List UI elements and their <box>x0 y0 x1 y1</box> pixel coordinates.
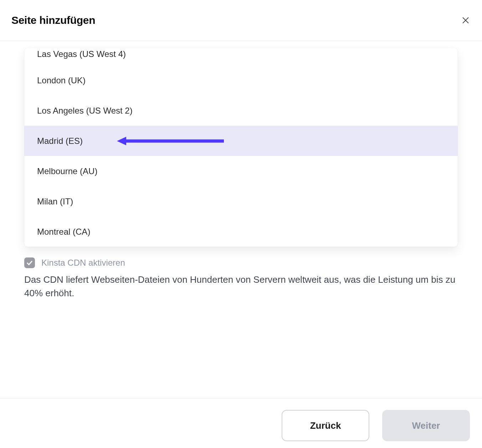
location-option-label: Montreal (CA) <box>37 227 90 237</box>
location-option[interactable]: Las Vegas (US West 4) <box>24 48 458 65</box>
location-option[interactable]: Los Angeles (US West 2) <box>24 95 458 126</box>
modal-footer: Zurück Weiter <box>0 398 482 441</box>
location-option-label: Las Vegas (US West 4) <box>37 49 126 59</box>
next-button: Weiter <box>382 410 470 441</box>
location-option-highlighted[interactable]: Madrid (ES) <box>24 126 458 156</box>
location-option[interactable]: Melbourne (AU) <box>24 156 458 186</box>
cdn-checkbox-row: Kinsta CDN aktivieren <box>24 257 458 268</box>
cdn-checkbox[interactable] <box>24 257 35 268</box>
back-button-label: Zurück <box>310 420 341 431</box>
location-dropdown-panel: Las Vegas (US West 4) London (UK) Los An… <box>24 48 458 247</box>
location-option[interactable]: Montreal (CA) <box>24 217 458 247</box>
close-icon <box>462 16 470 24</box>
location-option-label: Madrid (ES) <box>37 136 83 146</box>
check-icon <box>26 260 33 265</box>
back-button[interactable]: Zurück <box>282 410 369 441</box>
next-button-label: Weiter <box>412 420 440 431</box>
cdn-checkbox-label: Kinsta CDN aktivieren <box>41 258 125 268</box>
page-title: Seite hinzufügen <box>11 14 95 26</box>
cdn-description: Das CDN liefert Webseiten-Dateien von Hu… <box>24 273 458 300</box>
location-option[interactable]: Milan (IT) <box>24 186 458 217</box>
location-option-label: Los Angeles (US West 2) <box>37 106 133 116</box>
annotation-arrow <box>117 136 224 146</box>
modal-body: Las Vegas (US West 4) London (UK) Los An… <box>0 41 482 326</box>
svg-marker-3 <box>117 137 126 145</box>
location-option[interactable]: London (UK) <box>24 65 458 95</box>
modal-header: Seite hinzufügen <box>0 0 482 41</box>
cdn-section: Kinsta CDN aktivieren Das CDN liefert We… <box>24 257 458 300</box>
location-option-label: Milan (IT) <box>37 197 73 207</box>
location-option-label: Melbourne (AU) <box>37 166 97 176</box>
close-button[interactable] <box>461 15 471 25</box>
location-option-label: London (UK) <box>37 75 86 85</box>
